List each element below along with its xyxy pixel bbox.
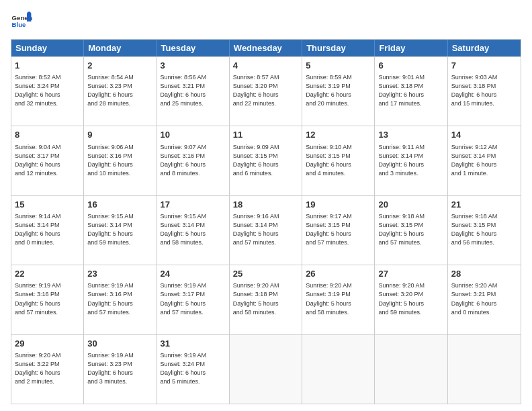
- day-info: Sunrise: 9:06 AM Sunset: 3:16 PM Dayligh…: [87, 143, 152, 178]
- calendar-week-2: 8Sunrise: 9:04 AM Sunset: 3:17 PM Daylig…: [11, 126, 521, 195]
- day-number: 10: [161, 129, 226, 141]
- calendar-week-4: 22Sunrise: 9:19 AM Sunset: 3:16 PM Dayli…: [11, 265, 521, 334]
- day-number: 25: [233, 268, 298, 280]
- calendar-cell: 5Sunrise: 8:59 AM Sunset: 3:19 PM Daylig…: [302, 57, 375, 126]
- day-info: Sunrise: 8:54 AM Sunset: 3:23 PM Dayligh…: [87, 73, 152, 108]
- day-info: Sunrise: 9:19 AM Sunset: 3:24 PM Dayligh…: [161, 351, 226, 386]
- day-number: 27: [378, 268, 443, 280]
- day-number: 24: [161, 268, 226, 280]
- calendar-cell: 11Sunrise: 9:09 AM Sunset: 3:15 PM Dayli…: [230, 126, 302, 195]
- day-info: Sunrise: 9:10 AM Sunset: 3:15 PM Dayligh…: [306, 143, 371, 178]
- calendar-cell: [230, 335, 302, 404]
- day-number: 29: [15, 338, 80, 350]
- logo: General Blue: [11, 11, 35, 32]
- day-info: Sunrise: 9:18 AM Sunset: 3:15 PM Dayligh…: [378, 212, 443, 247]
- calendar-cell: 10Sunrise: 9:07 AM Sunset: 3:16 PM Dayli…: [157, 126, 230, 195]
- day-number: 13: [378, 129, 443, 141]
- day-number: 28: [451, 268, 517, 280]
- day-number: 22: [15, 268, 80, 280]
- calendar-week-1: 1Sunrise: 8:52 AM Sunset: 3:24 PM Daylig…: [11, 56, 521, 126]
- day-info: Sunrise: 9:19 AM Sunset: 3:23 PM Dayligh…: [87, 351, 152, 386]
- logo-icon: General Blue: [11, 11, 32, 32]
- day-number: 20: [378, 199, 443, 211]
- day-number: 3: [161, 60, 226, 72]
- day-info: Sunrise: 9:12 AM Sunset: 3:14 PM Dayligh…: [451, 143, 517, 178]
- calendar-week-5: 29Sunrise: 9:20 AM Sunset: 3:22 PM Dayli…: [11, 334, 521, 404]
- header-day-monday: Monday: [84, 40, 157, 56]
- day-number: 4: [233, 60, 298, 72]
- calendar-cell: 7Sunrise: 9:03 AM Sunset: 3:18 PM Daylig…: [448, 57, 521, 126]
- day-number: 18: [233, 199, 298, 211]
- header-day-sunday: Sunday: [11, 40, 84, 56]
- day-number: 17: [161, 199, 226, 211]
- day-info: Sunrise: 9:20 AM Sunset: 3:20 PM Dayligh…: [378, 281, 443, 316]
- svg-marker-2: [27, 13, 31, 21]
- day-number: 2: [87, 60, 152, 72]
- day-number: 1: [15, 60, 80, 72]
- calendar-week-3: 15Sunrise: 9:14 AM Sunset: 3:14 PM Dayli…: [11, 195, 521, 265]
- day-info: Sunrise: 9:18 AM Sunset: 3:15 PM Dayligh…: [451, 212, 517, 247]
- day-info: Sunrise: 9:14 AM Sunset: 3:14 PM Dayligh…: [15, 212, 80, 247]
- calendar-cell: 25Sunrise: 9:20 AM Sunset: 3:18 PM Dayli…: [230, 265, 302, 334]
- calendar-cell: 2Sunrise: 8:54 AM Sunset: 3:23 PM Daylig…: [84, 57, 157, 126]
- header-day-friday: Friday: [375, 40, 447, 56]
- day-info: Sunrise: 9:04 AM Sunset: 3:17 PM Dayligh…: [15, 143, 80, 178]
- calendar-cell: 4Sunrise: 8:57 AM Sunset: 3:20 PM Daylig…: [230, 57, 302, 126]
- calendar-cell: 15Sunrise: 9:14 AM Sunset: 3:14 PM Dayli…: [11, 196, 84, 265]
- day-info: Sunrise: 9:20 AM Sunset: 3:19 PM Dayligh…: [306, 281, 371, 316]
- calendar-cell: 1Sunrise: 8:52 AM Sunset: 3:24 PM Daylig…: [11, 57, 84, 126]
- calendar-cell: 29Sunrise: 9:20 AM Sunset: 3:22 PM Dayli…: [11, 335, 84, 404]
- calendar-cell: 13Sunrise: 9:11 AM Sunset: 3:14 PM Dayli…: [375, 126, 447, 195]
- calendar-cell: 16Sunrise: 9:15 AM Sunset: 3:14 PM Dayli…: [84, 196, 157, 265]
- day-number: 14: [451, 129, 517, 141]
- day-info: Sunrise: 9:07 AM Sunset: 3:16 PM Dayligh…: [161, 143, 226, 178]
- calendar-cell: 26Sunrise: 9:20 AM Sunset: 3:19 PM Dayli…: [302, 265, 375, 334]
- calendar-cell: 27Sunrise: 9:20 AM Sunset: 3:20 PM Dayli…: [375, 265, 447, 334]
- day-number: 31: [161, 338, 226, 350]
- calendar-cell: 22Sunrise: 9:19 AM Sunset: 3:16 PM Dayli…: [11, 265, 84, 334]
- day-info: Sunrise: 9:19 AM Sunset: 3:16 PM Dayligh…: [15, 281, 80, 316]
- day-info: Sunrise: 9:03 AM Sunset: 3:18 PM Dayligh…: [451, 73, 517, 108]
- day-info: Sunrise: 8:57 AM Sunset: 3:20 PM Dayligh…: [233, 73, 298, 108]
- calendar-cell: 24Sunrise: 9:19 AM Sunset: 3:17 PM Dayli…: [157, 265, 230, 334]
- day-info: Sunrise: 8:56 AM Sunset: 3:21 PM Dayligh…: [161, 73, 226, 108]
- calendar-cell: 19Sunrise: 9:17 AM Sunset: 3:15 PM Dayli…: [302, 196, 375, 265]
- calendar-cell: 17Sunrise: 9:15 AM Sunset: 3:14 PM Dayli…: [157, 196, 230, 265]
- calendar-cell: 12Sunrise: 9:10 AM Sunset: 3:15 PM Dayli…: [302, 126, 375, 195]
- calendar-cell: 8Sunrise: 9:04 AM Sunset: 3:17 PM Daylig…: [11, 126, 84, 195]
- calendar-cell: 21Sunrise: 9:18 AM Sunset: 3:15 PM Dayli…: [448, 196, 521, 265]
- calendar-header: SundayMondayTuesdayWednesdayThursdayFrid…: [11, 40, 521, 56]
- calendar: SundayMondayTuesdayWednesdayThursdayFrid…: [11, 39, 521, 404]
- day-number: 23: [87, 268, 152, 280]
- svg-marker-3: [27, 12, 31, 13]
- day-number: 30: [87, 338, 152, 350]
- day-number: 15: [15, 199, 80, 211]
- day-info: Sunrise: 8:59 AM Sunset: 3:19 PM Dayligh…: [306, 73, 371, 108]
- calendar-cell: 28Sunrise: 9:20 AM Sunset: 3:21 PM Dayli…: [448, 265, 521, 334]
- day-number: 7: [451, 60, 517, 72]
- calendar-body: 1Sunrise: 8:52 AM Sunset: 3:24 PM Daylig…: [11, 56, 521, 404]
- calendar-cell: [375, 335, 447, 404]
- day-info: Sunrise: 9:11 AM Sunset: 3:14 PM Dayligh…: [378, 143, 443, 178]
- calendar-cell: [448, 335, 521, 404]
- header-day-thursday: Thursday: [302, 40, 375, 56]
- calendar-cell: 20Sunrise: 9:18 AM Sunset: 3:15 PM Dayli…: [375, 196, 447, 265]
- calendar-cell: 31Sunrise: 9:19 AM Sunset: 3:24 PM Dayli…: [157, 335, 230, 404]
- day-number: 5: [306, 60, 371, 72]
- day-info: Sunrise: 9:20 AM Sunset: 3:21 PM Dayligh…: [451, 281, 517, 316]
- day-info: Sunrise: 8:52 AM Sunset: 3:24 PM Dayligh…: [15, 73, 80, 108]
- day-info: Sunrise: 9:15 AM Sunset: 3:14 PM Dayligh…: [161, 212, 226, 247]
- page-header: General Blue: [11, 11, 521, 32]
- day-number: 6: [378, 60, 443, 72]
- calendar-cell: 9Sunrise: 9:06 AM Sunset: 3:16 PM Daylig…: [84, 126, 157, 195]
- calendar-cell: 18Sunrise: 9:16 AM Sunset: 3:14 PM Dayli…: [230, 196, 302, 265]
- calendar-cell: 3Sunrise: 8:56 AM Sunset: 3:21 PM Daylig…: [157, 57, 230, 126]
- calendar-cell: 23Sunrise: 9:19 AM Sunset: 3:16 PM Dayli…: [84, 265, 157, 334]
- calendar-cell: [302, 335, 375, 404]
- day-number: 12: [306, 129, 371, 141]
- svg-text:Blue: Blue: [12, 21, 26, 28]
- day-number: 16: [87, 199, 152, 211]
- day-number: 9: [87, 129, 152, 141]
- header-day-tuesday: Tuesday: [157, 40, 230, 56]
- header-day-wednesday: Wednesday: [230, 40, 302, 56]
